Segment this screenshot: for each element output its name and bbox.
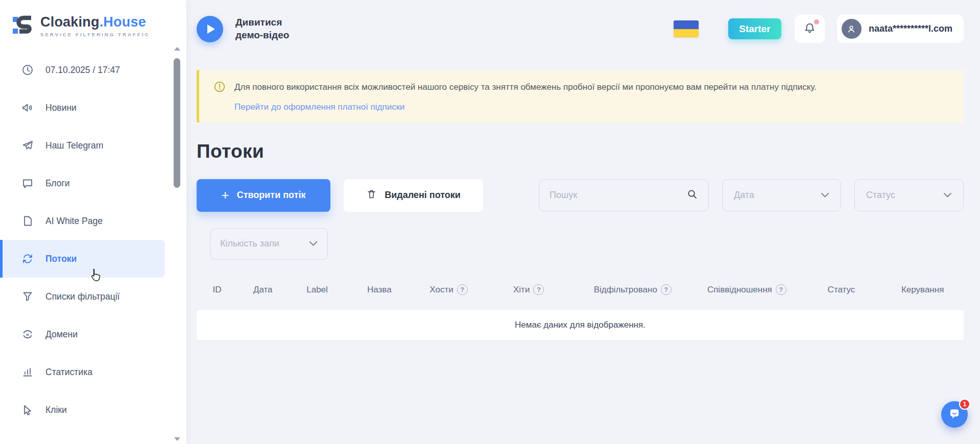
search-icon[interactable]: [686, 188, 698, 202]
watch-demo-label: Дивитися демо-відео: [235, 16, 306, 41]
sidebar-item-domains[interactable]: w Домени: [0, 315, 165, 353]
controls-row-2: Кількість запи: [197, 228, 964, 260]
sidebar-item-telegram[interactable]: Наш Telegram: [0, 127, 165, 164]
chat-bubble-icon: [948, 407, 961, 422]
create-flow-label: Створити потік: [237, 190, 306, 201]
plus-icon: +: [221, 188, 229, 202]
sidebar-item-datetime: 07.10.2025 / 17:47: [0, 51, 165, 89]
records-count-dropdown[interactable]: Кількість запи: [210, 228, 328, 260]
search-box: [539, 179, 709, 211]
col-header-name: Назва: [346, 285, 413, 295]
help-icon[interactable]: ?: [661, 284, 672, 295]
flag-yellow-stripe: [674, 29, 699, 38]
sidebar: Cloaking.House SERVICE FILTERING TRAFFIC…: [0, 0, 186, 444]
col-header-label: Назва: [367, 285, 392, 295]
warning-icon: [213, 81, 226, 112]
topbar-right: Starter naata**********l.com: [674, 15, 964, 43]
brand-name-primary: Cloaking: [40, 14, 100, 30]
language-flag-ukraine-icon[interactable]: [674, 20, 699, 37]
help-icon[interactable]: ?: [533, 284, 544, 295]
bar-chart-icon: [21, 365, 34, 379]
status-filter-label: Статус: [866, 190, 895, 201]
table-empty-state: Немає даних для відображення.: [197, 310, 964, 340]
sidebar-item-label: Статистика: [45, 367, 92, 378]
user-email: naata**********l.com: [869, 23, 952, 34]
sidebar-item-news[interactable]: Новини: [0, 89, 165, 127]
deleted-flows-button[interactable]: Видалені потоки: [344, 179, 483, 212]
sidebar-item-label: Потоки: [45, 254, 77, 264]
banner-subscribe-link[interactable]: Перейти до оформлення платної підписки: [234, 102, 405, 112]
cursor-arrow-icon: [21, 403, 34, 416]
sidebar-item-ai-white-page[interactable]: AI White Page: [0, 202, 165, 240]
chevron-down-icon: [943, 190, 952, 201]
empty-state-text: Немає даних для відображення.: [515, 320, 646, 330]
sidebar-scrollbar[interactable]: [173, 47, 181, 441]
sidebar-item-label: AI White Page: [45, 216, 103, 227]
table-header-row: ID Дата Label Назва Хости? Хіти? Відфіль…: [197, 275, 964, 305]
topbar: Дивитися демо-відео Starter: [197, 0, 964, 58]
app-root: Cloaking.House SERVICE FILTERING TRAFFIC…: [0, 0, 980, 444]
status-filter-dropdown[interactable]: Статус: [854, 179, 964, 211]
col-header-hits: Хіти?: [485, 284, 573, 295]
watch-demo-button[interactable]: Дивитися демо-відео: [197, 16, 306, 42]
sidebar-item-blogs[interactable]: Блоги: [0, 164, 165, 202]
main-content: Дивитися демо-відео Starter: [186, 0, 980, 444]
sidebar-nav: 07.10.2025 / 17:47 Новини Наш Telegram Б…: [0, 51, 186, 429]
sidebar-item-label: Блоги: [45, 178, 70, 189]
create-flow-button[interactable]: + Створити потік: [197, 179, 330, 212]
controls-row: + Створити потік Видалені потоки Дата: [197, 179, 964, 212]
brand-logo[interactable]: Cloaking.House SERVICE FILTERING TRAFFIC: [0, 0, 186, 39]
col-header-status: Статус: [801, 285, 882, 295]
deleted-flows-label: Видалені потоки: [385, 190, 461, 201]
chat-widget-button[interactable]: 1: [941, 401, 968, 428]
brand-logo-text: Cloaking.House SERVICE FILTERING TRAFFIC: [40, 15, 150, 37]
scrollbar-down-arrow[interactable]: [174, 437, 180, 441]
notifications-button[interactable]: [795, 15, 825, 43]
col-header-ratio: Співвідношення?: [692, 284, 801, 295]
sidebar-item-label: Наш Telegram: [45, 140, 103, 151]
col-header-id: ID: [197, 285, 237, 295]
flag-blue-stripe: [674, 20, 699, 29]
col-header-label: Статус: [828, 285, 855, 295]
col-header-label: Керування: [901, 285, 944, 295]
col-header-label: Хіти: [513, 285, 530, 295]
date-filter-dropdown[interactable]: Дата: [722, 179, 841, 211]
help-icon[interactable]: ?: [776, 284, 786, 295]
search-input[interactable]: [549, 190, 686, 201]
sidebar-item-label: 07.10.2025 / 17:47: [45, 65, 120, 76]
sidebar-item-label: Новини: [45, 103, 77, 113]
play-icon[interactable]: [197, 16, 223, 42]
funnel-icon: [21, 290, 34, 303]
sidebar-item-filter-lists[interactable]: Списки фільтрації: [0, 278, 165, 315]
trash-icon: [366, 189, 377, 202]
sync-icon: [21, 252, 34, 265]
scrollbar-thumb[interactable]: [174, 58, 180, 188]
sidebar-item-label: Списки фільтрації: [45, 291, 119, 302]
globe-w-icon: w: [21, 328, 34, 341]
col-header-label: Дата: [253, 285, 273, 295]
document-icon: [21, 214, 34, 228]
help-icon[interactable]: ?: [457, 284, 468, 295]
sidebar-item-label: Домени: [45, 329, 78, 340]
banner-text: Для повного використання всіх можливосте…: [234, 81, 817, 94]
clock-icon: [21, 63, 34, 77]
col-header-label: Label: [306, 285, 328, 295]
brand-logo-icon: [12, 13, 34, 39]
user-account-button[interactable]: naata**********l.com: [837, 15, 964, 43]
notification-dot: [814, 19, 819, 24]
trial-warning-banner: Для повного використання всіх можливосте…: [197, 70, 964, 122]
col-header-date: Дата: [237, 285, 289, 295]
sidebar-item-clicks[interactable]: Кліки: [0, 391, 165, 429]
col-header-hosts: Хости?: [413, 284, 485, 295]
sidebar-item-flows[interactable]: Потоки: [0, 240, 165, 278]
scrollbar-up-arrow[interactable]: [174, 47, 180, 51]
col-header-actions: Керування: [881, 285, 964, 295]
avatar: [842, 19, 862, 39]
records-count-label: Кількість запи: [220, 238, 279, 249]
col-header-filtered: Відфільтровано?: [573, 284, 693, 295]
brand-tagline: SERVICE FILTERING TRAFFIC: [40, 32, 150, 37]
sidebar-item-statistics[interactable]: Статистика: [0, 353, 165, 391]
megaphone-icon: [21, 101, 34, 114]
svg-text:w: w: [26, 332, 29, 337]
plan-badge-starter[interactable]: Starter: [728, 18, 781, 39]
